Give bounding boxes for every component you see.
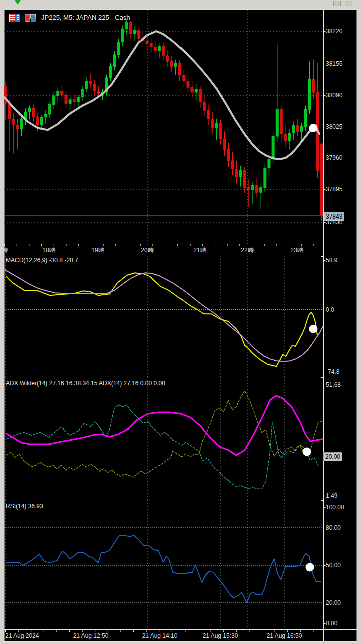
bull-candle-body <box>195 89 197 92</box>
adx-label: ADX Wilder(14) 27.16 16.38 34.15 ADX(14)… <box>6 380 165 387</box>
chart-canvas[interactable] <box>0 0 361 644</box>
y-axis-label: 37830 <box>326 218 342 226</box>
bull-candle-body <box>268 159 270 168</box>
bull-candle-body <box>174 63 177 67</box>
time-axis-bottom-label: 21 Aug 14:10 <box>142 631 178 641</box>
bear-candle-body <box>247 188 250 190</box>
bear-candle-body <box>162 46 164 56</box>
time-axis-top-label: 18時 <box>42 245 55 255</box>
bear-candle-body <box>32 108 35 117</box>
bull-candle-body <box>158 46 160 51</box>
bear-candle-body <box>97 91 100 94</box>
bear-candle-body <box>231 161 234 169</box>
y-axis-label: 0.0 <box>326 306 334 314</box>
y-axis-label: 51.68 <box>326 381 341 389</box>
bull-candle-body <box>113 55 116 66</box>
bear-candle-body <box>280 109 282 134</box>
bear-candle-body <box>65 95 67 104</box>
bear-candle-body <box>146 41 148 44</box>
bull-candle-body <box>53 96 55 105</box>
bear-candle-body <box>16 125 19 129</box>
bull-candle-body <box>57 91 59 96</box>
y-axis-label: -74.8 <box>326 368 339 376</box>
bear-candle-body <box>93 84 96 91</box>
time-axis-top-label: 20時 <box>141 245 153 255</box>
y-axis-label: 80.00 <box>326 524 341 532</box>
y-axis-label: 0.00 <box>326 619 337 627</box>
bull-candle-body <box>125 22 128 29</box>
y-axis-label: 37895 <box>326 185 342 193</box>
bull-candle-body <box>272 136 274 159</box>
y-axis-label: 38025 <box>326 123 342 131</box>
y-axis-label: 20.00 <box>326 599 341 607</box>
bear-candle-body <box>166 56 168 62</box>
bull-candle-body <box>28 108 31 112</box>
macd-marker <box>309 325 318 333</box>
bear-candle-body <box>191 87 193 92</box>
macd-label: MACD(12,26,9) -30.8 -20.7 <box>6 257 78 264</box>
bear-candle-body <box>243 170 246 187</box>
bear-candle-body <box>223 139 226 149</box>
bull-candle-body <box>252 185 254 190</box>
bear-candle-body <box>256 185 258 193</box>
time-axis-top-label: 23時 <box>290 245 303 255</box>
time-axis-top-label: 21時 <box>193 245 206 255</box>
bull-candle-body <box>81 89 83 97</box>
rsi-marker <box>306 563 314 572</box>
bear-candle-body <box>227 149 230 160</box>
y-axis-label: 58.9 <box>326 256 337 264</box>
bull-candle-body <box>134 30 136 34</box>
chart-window: JP225, M5: JAPAN 225 - Cash MACD(12,26,9… <box>0 0 361 644</box>
bull-candle-body <box>300 127 303 132</box>
time-axis-bottom-label: 21 Aug 15:30 <box>203 631 238 641</box>
bear-candle-body <box>296 125 299 132</box>
bull-candle-body <box>109 66 112 77</box>
bull-candle-body <box>276 109 278 136</box>
time-axis-bottom-label: 21 Aug 16:50 <box>267 631 302 641</box>
bear-candle-body <box>36 117 39 125</box>
bear-candle-body <box>4 86 6 103</box>
bear-candle-body <box>73 100 75 102</box>
y-axis-label: 37960 <box>326 154 342 162</box>
bull-candle-body <box>49 105 51 115</box>
window-button-icon[interactable] <box>333 1 341 6</box>
bull-candle-body <box>121 29 124 42</box>
bear-candle-body <box>284 134 286 141</box>
bull-candle-body <box>215 123 218 128</box>
bull-candle-body <box>85 81 87 89</box>
bear-candle-body <box>183 75 185 81</box>
y-axis-label: 38090 <box>326 91 342 99</box>
y-axis-label: 100.00 <box>326 503 344 511</box>
bull-candle-body <box>20 119 23 129</box>
chart-background <box>4 10 357 642</box>
time-axis-top-label: 22時 <box>241 245 253 255</box>
time-axis-bottom-label: 21 Aug 12:50 <box>73 631 109 641</box>
bull-candle-body <box>44 114 47 117</box>
bear-candle-body <box>312 79 315 92</box>
bear-candle-body <box>207 110 209 119</box>
time-axis-top-label: 19時 <box>91 245 104 255</box>
bear-candle-body <box>8 104 11 119</box>
bear-candle-body <box>154 47 156 51</box>
y-axis-label: 38220 <box>326 27 342 35</box>
bull-candle-body <box>264 168 266 188</box>
bear-candle-body <box>61 91 63 95</box>
bull-candle-body <box>260 188 262 193</box>
bull-candle-body <box>292 125 295 133</box>
bull-candle-body <box>304 109 307 126</box>
bear-candle-body <box>187 81 189 88</box>
bear-candle-body <box>89 81 92 84</box>
chart-title: JP225, M5: JAPAN 225 - Cash <box>41 13 130 22</box>
y-axis-label: 1.49 <box>326 492 337 500</box>
adx-level-tag: 20.00 <box>323 452 342 461</box>
top-strip-marker <box>15 0 21 5</box>
bear-candle-body <box>138 30 140 39</box>
window-button-icon[interactable] <box>345 1 352 6</box>
bars-chart-icon[interactable] <box>25 14 36 22</box>
bear-candle-body <box>211 119 214 128</box>
bear-candle-body <box>150 43 152 47</box>
rsi-label: RSI(14) 36.93 <box>6 503 43 510</box>
quotes-table-icon[interactable] <box>9 14 20 22</box>
bear-candle-body <box>12 119 15 125</box>
bear-candle-body <box>178 63 181 75</box>
